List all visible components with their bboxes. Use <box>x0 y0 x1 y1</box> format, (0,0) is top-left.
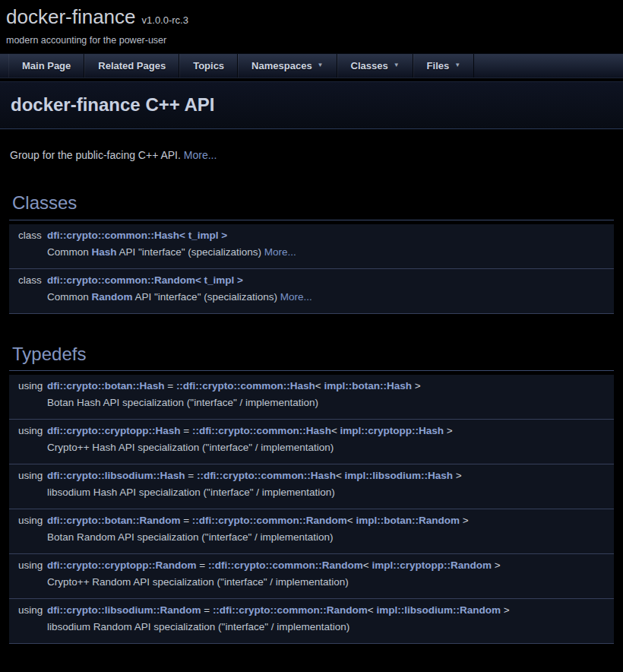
common-class-link[interactable]: ::dfi::crypto::common::Random <box>208 559 363 571</box>
class-link-inline[interactable]: Random <box>92 291 133 303</box>
member-kind: using <box>9 375 47 395</box>
impl-class-link[interactable]: impl::cryptopp::Hash <box>340 425 444 436</box>
class-row: class dfi::crypto::common::Hash< t_impl … <box>9 224 614 244</box>
member-declaration: dfi::crypto::cryptopp::Hash = ::dfi::cry… <box>47 419 614 439</box>
tab-topics[interactable]: Topics <box>179 54 238 78</box>
tab-related-pages[interactable]: Related Pages <box>84 54 179 78</box>
member-description: Botan Hash API specialization ("interfac… <box>47 395 614 415</box>
impl-class-link[interactable]: impl::botan::Hash <box>324 380 413 391</box>
member-kind: using <box>9 553 47 574</box>
typedef-row: using dfi::crypto::libsodium::Random = :… <box>9 598 614 619</box>
classes-heading: Classes <box>9 191 614 220</box>
nav-tabs: Main Page Related Pages Topics Namespace… <box>0 54 623 78</box>
member-kind: class <box>9 268 47 289</box>
member-declaration: dfi::crypto::common::Hash< t_impl > <box>47 224 614 244</box>
member-kind: using <box>9 464 47 484</box>
more-link[interactable]: More... <box>280 291 312 303</box>
member-description: Common Random API "interface" (specializ… <box>47 289 614 309</box>
member-separator <box>9 309 614 313</box>
member-declaration: dfi::crypto::common::Random< t_impl > <box>47 268 614 289</box>
member-description: libsodium Random API specialization ("in… <box>47 619 614 639</box>
member-kind: class <box>9 224 47 244</box>
member-description: Crypto++ Random API specialization ("int… <box>47 574 614 594</box>
common-class-link[interactable]: ::dfi::crypto::common::Hash <box>192 425 331 436</box>
impl-class-link[interactable]: impl::libsodium::Hash <box>345 470 454 481</box>
chevron-down-icon: ▼ <box>454 62 460 70</box>
common-class-link[interactable]: ::dfi::crypto::common::Random <box>192 515 347 526</box>
member-description: libsodium Hash API specialization ("inte… <box>47 484 614 505</box>
class-link[interactable]: dfi::crypto::common::Random< t_impl > <box>47 274 243 286</box>
typedef-row: using dfi::crypto::cryptopp::Hash = ::df… <box>9 419 614 439</box>
chevron-down-icon: ▼ <box>318 62 324 70</box>
page-title: docker-finance C++ API <box>11 93 612 117</box>
member-description: Botan Random API specialization ("interf… <box>47 529 614 550</box>
class-desc-row: Common Hash API "interface" (specializat… <box>9 244 614 265</box>
typedef-link[interactable]: dfi::crypto::libsodium::Hash <box>47 470 185 481</box>
typedef-link[interactable]: dfi::crypto::libsodium::Random <box>47 604 201 616</box>
common-class-link[interactable]: ::dfi::crypto::common::Hash <box>197 470 336 481</box>
more-link[interactable]: More... <box>264 246 296 258</box>
typedef-desc-row: libsodium Hash API specialization ("inte… <box>9 484 614 505</box>
typedef-desc-row: Botan Hash API specialization ("interfac… <box>9 395 614 415</box>
typedef-link[interactable]: dfi::crypto::botan::Random <box>47 515 180 526</box>
member-declaration: dfi::crypto::botan::Random = ::dfi::cryp… <box>47 509 614 529</box>
typedef-row: using dfi::crypto::botan::Random = ::dfi… <box>9 509 614 529</box>
more-link[interactable]: More... <box>184 149 217 161</box>
classes-table: class dfi::crypto::common::Hash< t_impl … <box>9 224 614 314</box>
typedefs-table: using dfi::crypto::botan::Hash = ::dfi::… <box>9 375 614 644</box>
member-description: Common Hash API "interface" (specializat… <box>47 244 614 265</box>
project-name: docker-finance <box>6 5 136 28</box>
impl-class-link[interactable]: impl::cryptopp::Random <box>372 559 492 571</box>
typedef-row: using dfi::crypto::cryptopp::Random = ::… <box>9 553 614 574</box>
member-declaration: dfi::crypto::libsodium::Hash = ::dfi::cr… <box>47 464 614 484</box>
member-declaration: dfi::crypto::libsodium::Random = ::dfi::… <box>47 598 614 619</box>
typedef-desc-row: libsodium Random API specialization ("in… <box>9 619 614 639</box>
tab-namespaces[interactable]: Namespaces▼ <box>238 54 337 78</box>
common-class-link[interactable]: ::dfi::crypto::common::Random <box>213 604 368 616</box>
typedef-desc-row: Crypto++ Hash API specialization ("inter… <box>9 439 614 460</box>
contents: Group for the public-facing C++ API. Mor… <box>0 148 623 672</box>
tab-main-page[interactable]: Main Page <box>8 54 84 78</box>
intro-sentence: Group for the public-facing C++ API. <box>10 149 181 161</box>
project-version: v1.0.0-rc.3 <box>142 14 188 26</box>
typedef-row: using dfi::crypto::botan::Hash = ::dfi::… <box>9 375 614 395</box>
class-link[interactable]: dfi::crypto::common::Hash< t_impl > <box>47 230 227 241</box>
member-kind: using <box>9 419 47 439</box>
member-declaration: dfi::crypto::cryptopp::Random = ::dfi::c… <box>47 553 614 574</box>
tab-files[interactable]: Files▼ <box>413 54 475 78</box>
typedef-link[interactable]: dfi::crypto::botan::Hash <box>47 380 164 391</box>
class-row: class dfi::crypto::common::Random< t_imp… <box>9 268 614 289</box>
typedef-row: using dfi::crypto::libsodium::Hash = ::d… <box>9 464 614 484</box>
impl-class-link[interactable]: impl::libsodium::Random <box>377 604 501 616</box>
impl-class-link[interactable]: impl::botan::Random <box>356 515 459 526</box>
page-header: docker-finance C++ API <box>0 81 623 129</box>
main-nav: Main Page Related Pages Topics Namespace… <box>0 53 623 78</box>
member-declaration: dfi::crypto::botan::Hash = ::dfi::crypto… <box>47 375 614 395</box>
typedef-link[interactable]: dfi::crypto::cryptopp::Hash <box>47 425 181 436</box>
chevron-down-icon: ▼ <box>394 62 400 70</box>
title-area: docker-financev1.0.0-rc.3 modern account… <box>0 0 623 53</box>
typedefs-heading: Typedefs <box>9 342 614 371</box>
project-brief: modern accounting for the power-user <box>6 34 623 47</box>
project-name-row: docker-financev1.0.0-rc.3 <box>6 4 623 30</box>
class-link-inline[interactable]: Hash <box>92 246 117 258</box>
intro-text: Group for the public-facing C++ API. Mor… <box>10 148 614 163</box>
tab-classes[interactable]: Classes▼ <box>337 54 413 78</box>
typedef-desc-row: Crypto++ Random API specialization ("int… <box>9 574 614 594</box>
member-separator <box>9 639 614 643</box>
member-description: Crypto++ Hash API specialization ("inter… <box>47 439 614 460</box>
typedef-desc-row: Botan Random API specialization ("interf… <box>9 529 614 550</box>
member-kind: using <box>9 509 47 529</box>
member-kind: using <box>9 598 47 619</box>
class-desc-row: Common Random API "interface" (specializ… <box>9 289 614 309</box>
typedef-link[interactable]: dfi::crypto::cryptopp::Random <box>47 559 196 571</box>
common-class-link[interactable]: ::dfi::crypto::common::Hash <box>176 380 315 391</box>
